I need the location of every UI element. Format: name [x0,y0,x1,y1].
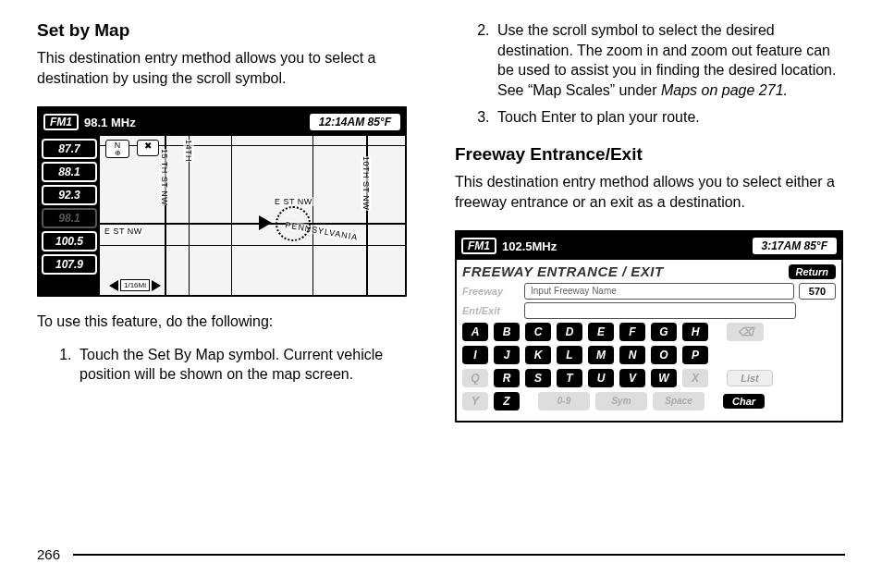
vehicle-icon [259,215,272,230]
screen-title: FREEWAY ENTRANCE / EXIT [462,263,783,279]
page-number: 266 [37,546,60,562]
key-y[interactable]: Y [462,392,488,410]
key-j[interactable]: J [494,346,520,364]
heading-set-by-map: Set by Map [37,20,427,41]
step-1: Touch the Set By Map symbol. Current veh… [76,345,427,385]
keyboard: A B C D E F G H ⌫ I J K [462,323,836,410]
key-x[interactable]: X [682,369,708,387]
zoom-out-icon[interactable] [109,280,118,291]
intro-set-by-map: This destination entry method allows you… [37,48,427,88]
char-button[interactable]: Char [723,394,765,409]
list-button[interactable]: List [727,370,773,386]
key-c[interactable]: C [525,323,551,341]
preset-4[interactable]: 98.1 [42,208,97,228]
key-q[interactable]: Q [462,369,488,387]
key-num[interactable]: 0-9 [538,392,590,410]
figure-keyboard: FM1 102.5MHz 3:17AM 85°F FREEWAY ENTRANC… [455,230,843,423]
preset-5[interactable]: 100.5 [42,231,97,251]
radio-freq-2: 102.5MHz [502,239,753,253]
key-u[interactable]: U [588,369,614,387]
status-bar-2: FM1 102.5MHz 3:17AM 85°F [457,232,841,260]
preset-6[interactable]: 107.9 [42,254,97,275]
entexit-input [524,302,796,319]
key-sym[interactable]: Sym [595,392,647,410]
key-p[interactable]: P [682,346,708,364]
step-3: Touch Enter to plan your route. [494,107,845,128]
street-14th: 14TH [183,140,194,162]
lead-to-steps: To use this feature, do the following: [37,312,427,332]
key-k[interactable]: K [525,346,551,364]
key-z[interactable]: Z [494,392,520,410]
street-e-st-1: E ST NW [274,197,313,206]
key-h[interactable]: H [682,323,708,341]
preset-2[interactable]: 88.1 [42,162,97,182]
key-b[interactable]: B [494,323,520,341]
street-10th: 10TH ST NW [361,156,372,210]
key-n[interactable]: N [619,346,645,364]
poi-icon[interactable]: ✖ [137,140,159,156]
clock-temp-2: 3:17AM 85°F [753,238,838,254]
footer-rule [73,554,845,556]
compass-icon[interactable]: N [105,140,129,158]
figure-map: FM1 98.1 MHz 12:14AM 85°F 87.7 88.1 92.3… [37,106,407,297]
scale-value: 1/16Mi [120,279,150,291]
radio-band[interactable]: FM1 [43,114,79,130]
entexit-label: Ent/Exit [462,305,520,316]
key-space[interactable]: Space [653,392,704,410]
key-w[interactable]: W [651,369,677,387]
step-2: Use the scroll symbol to select the desi… [494,20,845,100]
heading-freeway: Freeway Entrance/Exit [455,144,845,165]
intro-freeway: This destination entry method allows you… [455,172,845,212]
key-f[interactable]: F [619,323,645,341]
key-t[interactable]: T [557,369,582,387]
radio-band-2[interactable]: FM1 [461,238,496,254]
key-s[interactable]: S [525,369,551,387]
street-e-st-2: E ST NW [104,227,143,236]
step-2-ref: Maps on page 271. [661,82,788,98]
key-m[interactable]: M [588,346,614,364]
key-a[interactable]: A [462,323,488,341]
preset-1[interactable]: 87.7 [42,139,97,159]
key-e[interactable]: E [588,323,614,341]
result-count: 570 [799,283,836,300]
freeway-label: Freeway [462,286,520,297]
clock-temp: 12:14AM 85°F [310,114,400,130]
page-footer: 266 [37,546,845,562]
backspace-key[interactable]: ⌫ [727,323,764,341]
key-v[interactable]: V [619,369,645,387]
scroll-symbol[interactable] [276,206,311,241]
preset-list: 87.7 88.1 92.3 98.1 100.5 107.9 [39,136,100,295]
zoom-in-icon[interactable] [152,280,161,291]
freeway-input[interactable]: Input Freeway Name [524,283,794,300]
key-r[interactable]: R [494,369,520,387]
key-o[interactable]: O [651,346,677,364]
status-bar: FM1 98.1 MHz 12:14AM 85°F [39,108,405,136]
preset-3[interactable]: 92.3 [42,185,97,205]
street-15th: 15 TH ST NW [159,149,170,205]
key-d[interactable]: D [557,323,582,341]
scale-control[interactable]: 1/16Mi [109,279,161,291]
map-area[interactable]: N ✖ 15 TH ST NW 14TH 10TH ST NW E ST NW … [100,136,405,295]
key-i[interactable]: I [462,346,488,364]
return-button[interactable]: Return [789,264,836,279]
key-g[interactable]: G [651,323,677,341]
key-l[interactable]: L [557,346,582,364]
radio-freq: 98.1 MHz [84,116,310,129]
